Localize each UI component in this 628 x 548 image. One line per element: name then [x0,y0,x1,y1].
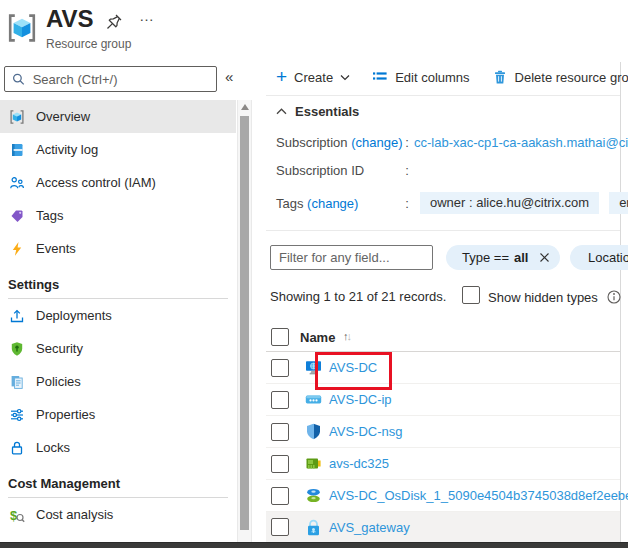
subscription-label: Subscription [276,135,348,150]
resource-link[interactable]: AVS-DC-ip [329,392,392,407]
resource-link[interactable]: AVS-DC [329,360,377,375]
sidebar-item-label: Security [36,341,83,356]
essentials-subscription-id-row: Subscription ID : [276,163,414,178]
resource-link[interactable]: avs-dc325 [329,456,389,471]
tag-pill[interactable]: owner : alice.hu@citrix.com [420,192,599,214]
type-filter-pill[interactable]: Type == all [446,245,560,270]
row-checkbox[interactable] [271,359,289,377]
essentials-toggle[interactable]: Essentials [276,104,359,119]
chevron-up-icon [276,108,287,115]
table-row: AVS-DC_OsDisk_1_5090e4504b3745038d8ef2ee… [266,480,620,512]
command-bar: + Create Edit columns [276,69,628,85]
divider [266,230,620,231]
virtual-machine-icon [305,359,322,376]
location-filter-pill[interactable]: Location [570,245,628,270]
sidebar-item-tags[interactable]: Tags [0,199,236,232]
resource-group-icon [9,109,25,125]
plus-icon: + [276,70,287,84]
access-control-icon [9,175,25,191]
azure-portal-resource-group-page: AVS … Resource group « Overview [0,0,628,548]
info-icon[interactable] [607,290,621,304]
sidebar-item-label: Events [36,241,76,256]
page-title: AVS [46,5,94,33]
sidebar-item-label: Tags [36,208,63,223]
network-interface-icon [305,455,322,472]
tag-icon [9,208,25,224]
page-subtitle: Resource group [46,37,131,51]
edit-columns-icon [372,69,388,85]
sidebar-section-cost-management: Cost Management [0,464,236,495]
row-checkbox[interactable] [271,518,289,536]
subscription-id-label: Subscription ID [276,163,400,178]
table-row: AVS-DC [266,352,620,384]
sidebar-item-deployments[interactable]: Deployments [0,299,236,332]
row-checkbox[interactable] [271,391,289,409]
resource-link[interactable]: AVS-DC_OsDisk_1_5090e4504b3745038d8ef2ee… [329,488,628,503]
essentials-subscription-row: Subscription (change) : cc-lab-xac-cp1-c… [276,135,628,150]
name-column-header[interactable]: Name [300,330,335,345]
sidebar-item-label: Deployments [36,308,112,323]
create-button[interactable]: + Create [276,70,350,85]
pin-icon[interactable] [105,13,123,31]
table-row: AVS-DC-nsg [266,416,620,448]
sidebar-search[interactable] [4,66,217,92]
resource-link[interactable]: AVS_gateway [329,520,410,535]
sidebar-item-events[interactable]: Events [0,232,236,265]
search-input[interactable] [31,71,209,88]
tags-label: Tags [276,196,303,211]
sidebar-section-settings: Settings [0,265,236,296]
show-hidden-types-checkbox[interactable] [462,286,480,304]
bottom-bar [0,542,628,548]
lock-icon [9,440,25,456]
trash-icon [492,69,508,85]
remove-filter-icon[interactable] [539,252,550,263]
divider [266,95,620,96]
deployments-icon [9,308,25,324]
scrollbar-thumb[interactable] [240,116,249,530]
sidebar-item-label: Locks [36,440,70,455]
subscription-change-link[interactable]: (change) [351,135,402,150]
collapse-sidebar-button[interactable]: « [225,68,233,85]
sidebar-item-security[interactable]: Security [0,332,236,365]
activity-log-icon [9,142,25,158]
subscription-value-link[interactable]: cc-lab-xac-cp1-ca-aakash.mathai@cit [414,135,628,150]
sidebar-item-label: Overview [36,109,90,124]
table-row: AVS_gateway [266,512,620,542]
delete-resource-group-button[interactable]: Delete resource group [492,69,628,85]
row-checkbox[interactable] [271,423,289,441]
sidebar-item-label: Policies [36,374,81,389]
main-panel: + Create Edit columns [266,0,628,548]
sidebar-item-label: Cost analysis [36,507,113,522]
sidebar-item-overview[interactable]: Overview [0,100,236,133]
sidebar-scrollbar[interactable] [237,100,252,542]
search-icon [12,72,25,86]
sidebar-item-locks[interactable]: Locks [0,431,236,464]
show-hidden-types-label: Show hidden types [488,290,598,305]
cost-analysis-icon: $ [9,507,25,523]
edit-columns-button[interactable]: Edit columns [372,69,469,85]
resource-link[interactable]: AVS-DC-nsg [329,424,402,439]
sidebar-nav: Overview Activity log Access control (IA… [0,100,236,548]
filter-field-input[interactable] [270,245,433,270]
sort-icon[interactable]: ↑↓ [343,330,352,342]
tag-pill[interactable]: env [609,192,628,214]
gateway-icon [305,519,322,536]
disk-icon [305,487,322,504]
network-security-group-icon [305,423,322,440]
sidebar-item-policies[interactable]: Policies [0,365,236,398]
chevron-down-icon [340,74,350,81]
public-ip-icon [305,391,322,408]
sidebar-item-cost-analysis[interactable]: $ Cost analysis [0,498,236,531]
sidebar-item-properties[interactable]: Properties [0,398,236,431]
records-count-text: Showing 1 to 21 of 21 records. [270,289,446,304]
row-checkbox[interactable] [271,487,289,505]
sidebar-item-access-control[interactable]: Access control (IAM) [0,166,236,199]
scrollbar-up-icon[interactable] [241,104,249,110]
sidebar-item-label: Access control (IAM) [36,175,156,190]
lightning-icon [9,241,25,257]
select-all-checkbox[interactable] [271,328,289,346]
more-options-icon[interactable]: … [139,7,156,24]
sidebar-item-activity-log[interactable]: Activity log [0,133,236,166]
row-checkbox[interactable] [271,455,289,473]
tags-change-link[interactable]: (change) [307,196,358,211]
